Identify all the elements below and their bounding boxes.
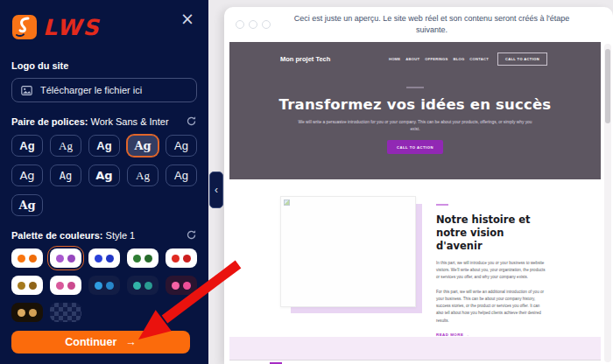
color-dot [133, 255, 141, 262]
hero-section: Mon projet Tech HOMEABOUTOFFERINGSBLOGCO… [229, 42, 601, 179]
palette-swatch[interactable] [50, 276, 81, 295]
preview-notice: Ceci est juste un aperçu. Le site web ré… [280, 13, 583, 35]
palette-swatch[interactable] [88, 276, 120, 295]
upload-logo-label: Télécharger le fichier ici [40, 85, 142, 95]
lws-logo-icon [11, 14, 38, 40]
color-dot [18, 282, 25, 290]
site-brand: Mon projet Tech [280, 55, 330, 63]
palette-swatch[interactable] [11, 303, 43, 322]
color-dot [29, 309, 37, 317]
site-nav-item[interactable]: OFFERINGS [425, 57, 447, 61]
next-section-band [229, 337, 601, 360]
color-dot [172, 255, 180, 262]
about-section: Notre histoire et notre vision d'avenir … [229, 179, 601, 337]
fonts-section-header: Paire de polices: Work Sans & Inter [11, 116, 197, 127]
about-image-placeholder [280, 196, 416, 307]
color-dot [183, 282, 191, 290]
close-icon[interactable]: × [180, 10, 194, 27]
arrow-right-icon: → [125, 336, 137, 348]
palette-value: Style 1 [106, 230, 136, 241]
color-dot [95, 282, 102, 290]
font-pair-option[interactable]: Ag [50, 164, 81, 186]
font-pair-grid: AgAgAgAgAgAgAgAgAgAgAg [11, 135, 197, 216]
site-nav-item[interactable]: HOME [389, 57, 400, 61]
logo-section-label: Logo du site [11, 60, 197, 71]
site-nav-item[interactable]: ABOUT [405, 57, 419, 61]
about-paragraph-2: For this part, we will write an addition… [436, 289, 548, 325]
palette-label: Palette de couleurs: [11, 230, 103, 241]
fonts-value: Work Sans & Inter [91, 116, 169, 127]
continue-button[interactable]: Continuer → [11, 331, 190, 354]
about-paragraph-1: In this part, we will introduce you or y… [436, 260, 548, 282]
hero-subtitle: We will write a persuasive introduction … [297, 119, 533, 132]
font-pair-option[interactable]: Ag [11, 135, 43, 157]
font-pair-option[interactable]: Ag [11, 194, 43, 216]
hero-title: Transformez vos idées en succès [229, 96, 601, 113]
sidebar-collapse-tab[interactable]: ‹ [209, 172, 223, 208]
color-dot [172, 282, 180, 290]
preview-scrollbar[interactable] [604, 44, 611, 362]
customizer-sidebar: LWS × Logo du site Télécharger le fichie… [0, 0, 208, 364]
site-preview-window: Ceci est juste un aperçu. Le site web ré… [224, 7, 613, 364]
font-pair-option[interactable]: Ag [11, 164, 43, 186]
palette-swatch[interactable] [11, 248, 43, 268]
upload-logo-button[interactable]: Télécharger le fichier ici [11, 78, 197, 102]
color-dot [67, 282, 75, 290]
lws-brand: LWS [11, 12, 197, 42]
palette-section-header: Palette de couleurs: Style 1 [11, 229, 197, 241]
hero-dash [406, 87, 424, 88]
chevron-left-icon: ‹ [215, 184, 218, 196]
read-more-link[interactable]: READ MORE → [436, 332, 548, 337]
palette-swatch[interactable] [50, 248, 81, 268]
website-preview: Mon projet Tech HOMEABOUTOFFERINGSBLOGCO… [229, 42, 601, 364]
color-dot [144, 282, 152, 290]
color-dot [133, 282, 141, 290]
site-nav-item[interactable]: CONTACT [469, 57, 489, 61]
about-dash [436, 204, 448, 206]
color-dot [18, 255, 25, 262]
palette-swatch-custom[interactable] [50, 303, 81, 322]
color-dot [106, 255, 114, 262]
color-dot [95, 255, 102, 262]
color-dot [29, 255, 37, 262]
color-dot [29, 282, 37, 290]
palette-swatch[interactable] [127, 248, 159, 268]
font-pair-option[interactable]: Ag [50, 135, 81, 157]
font-pair-option[interactable]: Ag [127, 135, 159, 157]
scrollbar-thumb[interactable] [605, 49, 610, 123]
site-nav-item[interactable]: BLOG [453, 57, 464, 61]
preview-topbar: Ceci est juste un aperçu. Le site web ré… [224, 7, 613, 42]
font-pair-option[interactable]: Ag [88, 135, 120, 157]
hero-cta-button[interactable]: CALL TO ACTION [387, 140, 443, 154]
palette-swatch[interactable] [88, 248, 120, 268]
palette-swatch-grid [11, 248, 197, 322]
refresh-palette-icon[interactable] [186, 229, 197, 241]
font-pair-option[interactable]: Ag [166, 164, 197, 186]
color-dot [56, 282, 64, 290]
font-pair-option[interactable]: Ag [166, 135, 197, 157]
about-heading: Notre histoire et notre vision d'avenir [436, 214, 548, 253]
site-header: Mon projet Tech HOMEABOUTOFFERINGSBLOGCO… [229, 42, 601, 66]
lws-brand-text: LWS [43, 17, 101, 38]
site-nav: HOMEABOUTOFFERINGSBLOGCONTACT [389, 57, 489, 61]
continue-label: Continuer [65, 336, 116, 348]
color-dot [56, 255, 64, 262]
header-cta-button[interactable]: CALL TO ACTION [497, 52, 547, 66]
palette-swatch[interactable] [11, 276, 43, 295]
color-dot [67, 255, 75, 262]
refresh-fonts-icon[interactable] [186, 116, 197, 127]
color-dot [106, 282, 114, 290]
fonts-label: Paire de polices: [11, 116, 88, 127]
image-icon [21, 85, 32, 96]
broken-image-icon [284, 200, 290, 206]
palette-swatch[interactable] [166, 276, 197, 295]
color-dot [144, 255, 152, 262]
color-dot [18, 309, 25, 317]
font-pair-option[interactable]: Ag [127, 164, 159, 186]
font-pair-option[interactable]: Ag [88, 164, 120, 186]
browser-dots-icon [236, 20, 271, 29]
palette-swatch[interactable] [166, 248, 197, 268]
palette-swatch[interactable] [127, 276, 159, 295]
color-dot [183, 255, 191, 262]
